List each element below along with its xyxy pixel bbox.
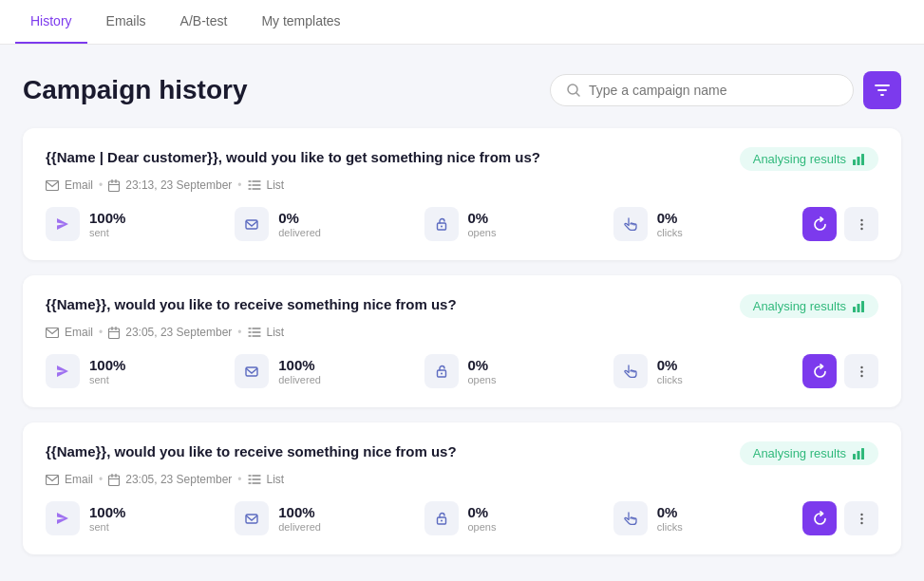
stats-row: 100% sent 100% delivered 0% opens — [46, 354, 878, 388]
stat-delivered: 100% delivered — [235, 501, 424, 535]
svg-rect-17 — [246, 367, 257, 376]
refresh-icon — [812, 364, 828, 380]
stat-icon-clicks — [613, 501, 648, 535]
card-actions — [802, 207, 878, 241]
card-top: {{Name}}, would you like to receive some… — [46, 441, 878, 465]
calendar-meta-icon — [108, 179, 120, 192]
svg-rect-14 — [861, 301, 864, 312]
card-meta: Email • 23:13, 23 September • List — [46, 178, 878, 192]
stat-sent: 100% sent — [46, 207, 235, 241]
stat-icon-opens — [424, 354, 459, 388]
stat-opens: 0% opens — [424, 501, 613, 535]
stats-row: 100% sent 0% delivered 0% opens — [46, 207, 878, 241]
nav-tabs: History Emails A/B-test My templates — [0, 0, 924, 45]
stat-value-clicks: 0% — [657, 210, 683, 227]
email-meta-icon — [46, 475, 59, 485]
meta-list: List — [267, 178, 285, 192]
list-meta-icon — [248, 474, 261, 485]
stat-label-delivered: delivered — [278, 521, 321, 533]
stat-label-sent: sent — [89, 521, 125, 533]
stat-opens: 0% opens — [424, 207, 613, 241]
stat-label-delivered: delivered — [278, 227, 321, 238]
stat-value-sent: 100% — [89, 357, 125, 374]
stat-label-clicks: clicks — [657, 227, 683, 238]
campaign-card-3: {{Name}}, would you like to receive some… — [23, 422, 901, 554]
svg-rect-28 — [246, 515, 257, 523]
filter-button[interactable] — [863, 71, 901, 109]
meta-list: List — [267, 473, 285, 486]
email-meta-icon — [46, 180, 59, 191]
chart-icon — [852, 447, 865, 460]
stat-icon-delivered — [235, 207, 269, 241]
svg-point-21 — [860, 370, 862, 372]
list-meta-icon — [248, 327, 261, 338]
svg-point-31 — [860, 513, 862, 515]
meta-time: 23:05, 23 September — [125, 473, 232, 486]
card-actions — [802, 501, 878, 535]
calendar-meta-icon — [108, 474, 120, 486]
svg-rect-5 — [109, 181, 120, 192]
tab-ab-test[interactable]: A/B-test — [165, 0, 243, 44]
status-badge: Analysing results — [740, 294, 878, 318]
campaign-card-2: {{Name}}, would you like to receive some… — [23, 275, 901, 407]
svg-rect-13 — [858, 304, 860, 312]
refresh-button[interactable] — [802, 354, 837, 388]
stat-value-sent: 100% — [89, 210, 125, 227]
card-meta: Email • 23:05, 23 September • List — [46, 326, 878, 339]
meta-type: Email — [65, 473, 93, 486]
svg-rect-6 — [246, 220, 257, 229]
stat-icon-clicks — [613, 354, 648, 388]
svg-point-32 — [860, 517, 862, 519]
stat-icon-sent — [46, 501, 80, 535]
svg-point-22 — [860, 374, 862, 376]
tab-history[interactable]: History — [15, 0, 87, 44]
page-header: Campaign history — [0, 45, 924, 128]
search-input[interactable] — [589, 83, 838, 98]
stat-clicks: 0% clicks — [613, 354, 802, 388]
svg-point-19 — [441, 373, 443, 375]
stat-label-delivered: delivered — [278, 374, 321, 385]
stat-label-clicks: clicks — [657, 521, 683, 533]
header-right — [550, 71, 901, 109]
stat-value-delivered: 100% — [278, 357, 321, 374]
more-button[interactable] — [844, 354, 878, 388]
stat-value-opens: 0% — [468, 210, 497, 227]
stat-icon-clicks — [613, 207, 648, 241]
stat-value-clicks: 0% — [657, 504, 683, 521]
tab-my-templates[interactable]: My templates — [246, 0, 355, 44]
search-icon — [566, 83, 581, 98]
stat-label-opens: opens — [468, 521, 497, 533]
stat-value-delivered: 0% — [278, 210, 321, 227]
campaigns-list: {{Name | Dear customer}}, would you like… — [0, 128, 924, 577]
stat-icon-opens — [424, 501, 459, 535]
more-button[interactable] — [844, 501, 878, 535]
campaign-name: {{Name | Dear customer}}, would you like… — [46, 147, 740, 167]
meta-type: Email — [65, 326, 93, 339]
card-top: {{Name}}, would you like to receive some… — [46, 294, 878, 318]
refresh-button[interactable] — [802, 207, 837, 241]
svg-rect-27 — [109, 476, 120, 486]
status-badge: Analysing results — [740, 147, 878, 171]
svg-rect-3 — [861, 154, 864, 165]
campaign-name: {{Name}}, would you like to receive some… — [46, 294, 740, 314]
svg-point-20 — [860, 365, 862, 367]
stat-label-clicks: clicks — [657, 374, 683, 385]
stat-value-opens: 0% — [468, 357, 497, 374]
card-actions — [802, 354, 878, 388]
email-meta-icon — [46, 328, 59, 338]
meta-list: List — [267, 326, 285, 339]
campaign-card-1: {{Name | Dear customer}}, would you like… — [23, 128, 901, 260]
tab-emails[interactable]: Emails — [91, 0, 161, 44]
stat-icon-delivered — [235, 501, 269, 535]
svg-rect-1 — [853, 159, 856, 165]
more-icon — [854, 216, 870, 233]
stat-value-sent: 100% — [89, 504, 125, 521]
filter-icon — [874, 82, 891, 99]
refresh-button[interactable] — [802, 501, 837, 535]
more-button[interactable] — [844, 207, 878, 241]
stat-delivered: 100% delivered — [235, 354, 424, 388]
stat-sent: 100% sent — [46, 354, 235, 388]
svg-rect-24 — [858, 451, 860, 459]
svg-point-30 — [441, 520, 443, 522]
status-badge: Analysing results — [740, 441, 878, 465]
